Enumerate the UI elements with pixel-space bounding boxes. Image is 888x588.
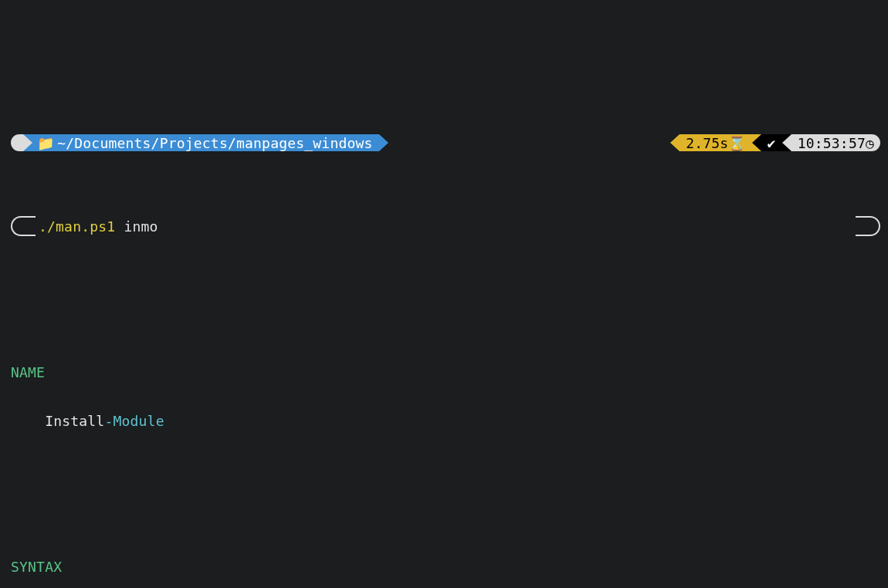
time-segment: 10:53:57 ◷ (791, 134, 880, 151)
path-segment: 📁~/Documents/Projects/manpages_windows (32, 134, 379, 151)
terminal[interactable]: 📁~/Documents/Projects/manpages_windows 2… (0, 65, 888, 588)
separator-icon (782, 134, 791, 151)
section-header-syntax: SYNTAX (11, 559, 880, 575)
command-line[interactable]: ./man.ps1 inmo (11, 218, 880, 235)
prompt-bar: 📁~/Documents/Projects/manpages_windows 2… (11, 134, 880, 151)
command-arg: inmo (124, 218, 158, 235)
duration-segment: 2.75s ⌛ (680, 134, 751, 151)
folder-icon: 📁 (37, 135, 54, 151)
command-script: ./man.ps1 (39, 218, 115, 235)
path-text: ~/Documents/Projects/manpages_windows (57, 135, 372, 151)
status-segment: ✔ (761, 134, 782, 151)
section-header-name: NAME (11, 364, 880, 380)
separator-icon (670, 134, 680, 151)
check-icon: ✔ (768, 135, 776, 151)
separator-icon (379, 134, 388, 151)
hourglass-icon: ⌛ (728, 135, 745, 151)
separator-icon (752, 134, 761, 151)
separator-icon (23, 134, 32, 151)
name-value: Install-Module (11, 413, 880, 429)
apple-icon (11, 134, 23, 151)
prompt-right-cap (856, 216, 880, 236)
clock-icon: ◷ (866, 135, 874, 151)
prompt-left-cap (11, 216, 36, 236)
